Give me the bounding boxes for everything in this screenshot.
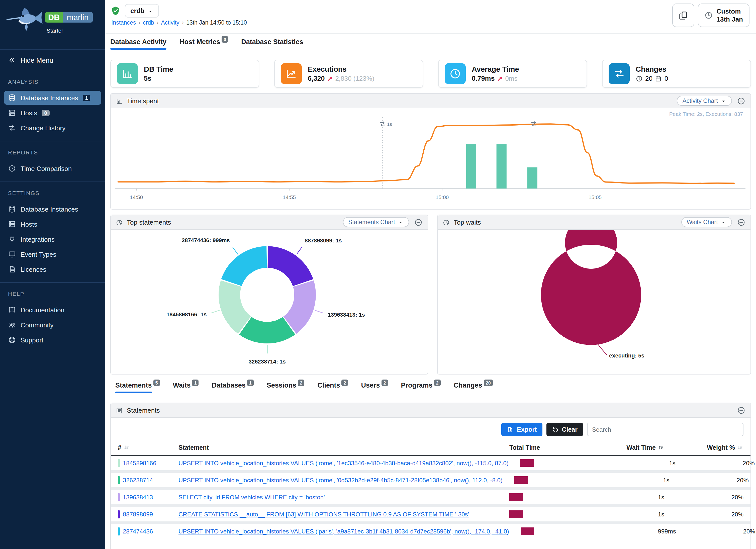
- detail-tab-changes[interactable]: Changes20: [454, 382, 493, 397]
- top_waits-svg: executing: 5s: [438, 230, 750, 374]
- statement-link[interactable]: CREATE STATISTICS __auto__ FROM [63] WIT…: [178, 511, 509, 518]
- collapse-button[interactable]: [414, 218, 423, 226]
- column-header-id[interactable]: #: [118, 444, 178, 451]
- sidebar-item-label: Community: [21, 321, 54, 329]
- sort-icon[interactable]: [737, 444, 743, 451]
- sidebar-item-database-instances[interactable]: Database Instances: [4, 202, 101, 216]
- time-spent-svg: 14:5014:5515:0015:051s: [111, 108, 750, 209]
- statement-id-link[interactable]: 887898099: [123, 511, 153, 518]
- clear-button[interactable]: Clear: [546, 423, 583, 436]
- brand-name: DBmarlin: [45, 13, 92, 22]
- statements-chart-selector[interactable]: Statements Chart: [343, 217, 409, 227]
- sidebar: DBmarlin Starter Hide Menu ANALYSISDatab…: [0, 0, 105, 549]
- change-marker-icon: [380, 122, 385, 126]
- sidebar-item-licences[interactable]: Licences: [4, 262, 101, 277]
- breadcrumb-link[interactable]: Instances: [111, 20, 136, 26]
- caret-down-icon: [398, 220, 404, 226]
- sidebar-item-database-instances[interactable]: Database Instances1: [4, 91, 101, 105]
- chart-bars-icon: [121, 68, 133, 80]
- collapse-button[interactable]: [737, 406, 745, 414]
- app-logo: DBmarlin Starter: [0, 0, 105, 49]
- app: DBmarlin Starter Hide Menu ANALYSISDatab…: [0, 0, 756, 549]
- statements-panel: Statements Export Clear #StatementTotal …: [110, 403, 751, 549]
- activity-chart-selector[interactable]: Activity Chart: [677, 96, 732, 106]
- sidebar-item-change-history[interactable]: Change History: [4, 121, 101, 135]
- tab-badge: 1: [247, 380, 254, 386]
- search-input[interactable]: [587, 423, 743, 436]
- total-time-bar: [509, 510, 523, 518]
- sidebar-item-community[interactable]: Community: [4, 318, 101, 332]
- donut-row: Top statements Statements Chart 88789809…: [110, 215, 751, 375]
- tab-database-activity[interactable]: Database Activity: [110, 38, 166, 54]
- detail-tab-users[interactable]: Users2: [361, 382, 388, 397]
- detail-tab-clients[interactable]: Clients2: [317, 382, 348, 397]
- breadcrumb-link[interactable]: Activity: [161, 20, 179, 26]
- list-icon: [116, 406, 123, 414]
- statement-link[interactable]: UPSERT INTO vehicle_location_histories V…: [178, 477, 515, 484]
- weight-value: 20%: [670, 477, 749, 484]
- statement-link[interactable]: UPSERT INTO vehicle_location_histories V…: [178, 528, 521, 535]
- statement-link[interactable]: SELECT city, id FROM vehicles WHERE city…: [178, 494, 509, 501]
- column-header-statement[interactable]: Statement: [178, 444, 509, 451]
- svg-text:1s: 1s: [387, 122, 392, 127]
- instance-selector[interactable]: crdb: [125, 4, 159, 18]
- tab-database-statistics[interactable]: Database Statistics: [241, 38, 303, 54]
- detail-tab-waits[interactable]: Waits1: [173, 382, 199, 397]
- hide-menu-button[interactable]: Hide Menu: [0, 50, 105, 71]
- svg-text:15:00: 15:00: [436, 194, 449, 200]
- sidebar-item-hosts[interactable]: Hosts: [4, 217, 101, 231]
- sidebar-item-integrations[interactable]: Integrations: [4, 232, 101, 246]
- kpi-card-executions: Executions6,320↗2,830 (123%): [274, 60, 423, 88]
- sidebar-item-event-types[interactable]: Event Types: [4, 247, 101, 261]
- breadcrumb-link[interactable]: crdb: [143, 20, 154, 26]
- sidebar-item-label: Database Instances: [21, 94, 78, 102]
- activity-chart: 14:5014:5515:0015:051s Peak Time: 2s, Ex…: [111, 108, 750, 209]
- sidebar-item-hosts[interactable]: Hosts0: [4, 106, 101, 120]
- tab-host-metrics[interactable]: Host Metrics0: [179, 38, 228, 54]
- statement-link[interactable]: UPSERT INTO vehicle_location_histories V…: [178, 460, 521, 467]
- total-time-bar: [521, 459, 534, 467]
- book-icon: [8, 306, 16, 314]
- statement-id-link[interactable]: 1845898166: [123, 460, 156, 467]
- statement-row: 287474436UPSERT INTO vehicle_location_hi…: [111, 524, 750, 538]
- edition-label: Starter: [47, 28, 63, 34]
- swap-icon: [613, 68, 625, 80]
- column-header-total-time[interactable]: Total Time: [509, 444, 605, 451]
- export-button[interactable]: Export: [501, 423, 542, 436]
- sidebar-item-time-comparison[interactable]: Time Comparison: [4, 162, 101, 176]
- detail-tab-databases[interactable]: Databases1: [212, 382, 254, 397]
- detail-tab-programs[interactable]: Programs2: [401, 382, 441, 397]
- sidebar-section-label: ANALYSIS: [0, 71, 105, 90]
- top-statements-donut: 887898099: 1s139638413: 1s326238714: 1s1…: [111, 230, 428, 374]
- table-header: #StatementTotal TimeWait TimeWeight %: [111, 441, 750, 456]
- waits-chart-selector[interactable]: Waits Chart: [681, 217, 732, 227]
- collapse-button[interactable]: [737, 218, 745, 226]
- collapse-button[interactable]: [737, 97, 745, 105]
- wait-time-value: 1s: [610, 477, 670, 484]
- time-spent-header: Time spent Activity Chart: [111, 94, 750, 108]
- people-icon: [8, 321, 16, 329]
- server-icon: [8, 220, 16, 228]
- column-header-wait-time[interactable]: Wait Time: [605, 444, 664, 451]
- minus-circle-icon: [414, 218, 423, 226]
- sidebar-item-documentation[interactable]: Documentation: [4, 303, 101, 317]
- time-range-button[interactable]: Custom13th Jan: [698, 4, 750, 27]
- kpi-title: Changes: [636, 65, 668, 73]
- pie-icon: [443, 219, 450, 226]
- caret-down-icon: [720, 97, 726, 104]
- detail-tab-sessions[interactable]: Sessions2: [267, 382, 305, 397]
- copy-button[interactable]: [673, 4, 695, 27]
- sidebar-section-settings: SETTINGSDatabase InstancesHostsIntegrati…: [0, 182, 105, 283]
- statement-id-link[interactable]: 326238714: [123, 477, 153, 484]
- sort-icon[interactable]: [658, 444, 664, 451]
- breadcrumb-separator: ›: [157, 20, 159, 26]
- tab-badge: 2: [434, 380, 441, 386]
- kpi-title: DB Time: [144, 65, 173, 73]
- statement-id-link[interactable]: 287474436: [123, 528, 153, 535]
- column-header-weight[interactable]: Weight %: [664, 444, 743, 451]
- sidebar-item-support[interactable]: Support: [4, 333, 101, 347]
- statement-id-link[interactable]: 139638413: [123, 494, 153, 501]
- detail-tab-statements[interactable]: Statements5: [115, 382, 160, 397]
- sort-icon[interactable]: [123, 444, 130, 451]
- licence-icon: [8, 265, 16, 273]
